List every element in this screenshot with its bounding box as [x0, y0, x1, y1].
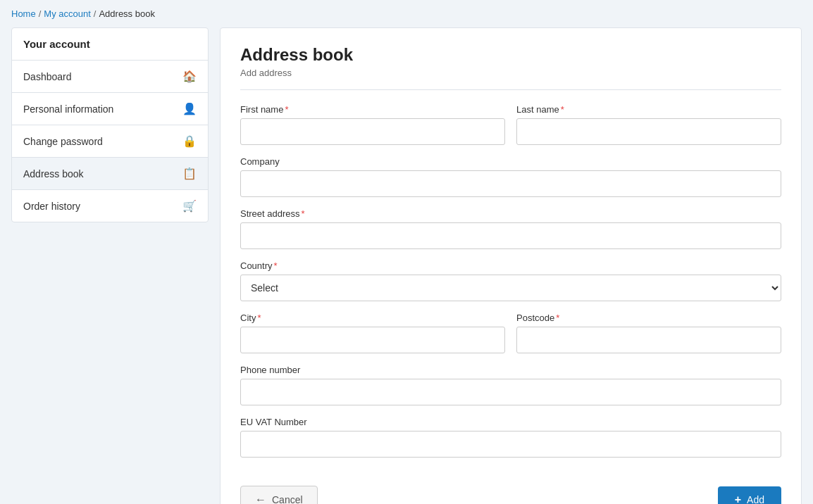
- city-group: City*: [240, 313, 505, 353]
- page-title: Address book: [240, 45, 781, 65]
- country-select[interactable]: Select United States United Kingdom Germ…: [240, 275, 781, 301]
- sidebar-item-label-address-book: Address book: [23, 168, 84, 179]
- street-group: Street address*: [240, 208, 781, 249]
- postcode-group: Postcode*: [516, 313, 781, 353]
- phone-input[interactable]: [240, 379, 781, 405]
- city-input[interactable]: [240, 327, 505, 353]
- breadcrumb-sep-2: /: [94, 8, 97, 19]
- first-name-label: First name*: [240, 104, 505, 115]
- page-subtitle: Add address: [240, 68, 781, 90]
- main-content: Address book Add address First name* Las…: [220, 27, 802, 504]
- breadcrumb-current: Address book: [99, 8, 155, 19]
- sidebar-item-personal-information[interactable]: Personal information👤: [12, 93, 208, 125]
- sidebar-title: Your account: [12, 28, 208, 61]
- vat-label: EU VAT Number: [240, 417, 781, 427]
- breadcrumb-my-account[interactable]: My account: [44, 8, 90, 19]
- name-row: First name* Last name*: [240, 104, 781, 145]
- company-group: Company: [240, 156, 781, 197]
- street-required: *: [302, 208, 305, 219]
- sidebar-item-change-password[interactable]: Change password🔒: [12, 125, 208, 158]
- breadcrumb: Home / My account / Address book: [0, 0, 813, 27]
- last-name-input[interactable]: [516, 118, 781, 145]
- last-name-label: Last name*: [516, 104, 781, 115]
- last-name-required: *: [561, 104, 564, 115]
- cancel-button[interactable]: ← Cancel: [240, 486, 318, 504]
- postcode-required: *: [556, 313, 559, 323]
- vat-row: EU VAT Number: [240, 417, 781, 458]
- sidebar-item-icon-dashboard: 🏠: [182, 70, 197, 83]
- phone-label: Phone number: [240, 365, 781, 375]
- country-label: Country*: [240, 260, 781, 271]
- sidebar-item-label-dashboard: Dashboard: [23, 71, 72, 82]
- sidebar-item-icon-change-password: 🔒: [182, 134, 197, 148]
- phone-group: Phone number: [240, 365, 781, 405]
- first-name-required: *: [285, 104, 288, 115]
- sidebar-item-icon-personal-information: 👤: [182, 102, 197, 115]
- add-label: Add: [747, 494, 764, 504]
- first-name-group: First name*: [240, 104, 505, 145]
- country-row: Country* Select United States United Kin…: [240, 260, 781, 301]
- vat-group: EU VAT Number: [240, 417, 781, 458]
- phone-row: Phone number: [240, 365, 781, 405]
- company-input[interactable]: [240, 170, 781, 197]
- last-name-group: Last name*: [516, 104, 781, 145]
- city-label: City*: [240, 313, 505, 323]
- country-group: Country* Select United States United Kin…: [240, 260, 781, 301]
- sidebar-item-icon-order-history: 🛒: [182, 199, 197, 213]
- address-form: First name* Last name* Company: [240, 104, 781, 504]
- breadcrumb-home[interactable]: Home: [11, 8, 36, 19]
- back-arrow-icon: ←: [255, 493, 266, 504]
- city-postcode-row: City* Postcode*: [240, 313, 781, 353]
- company-label: Company: [240, 156, 781, 167]
- layout: Your account Dashboard🏠Personal informat…: [0, 27, 813, 504]
- company-row: Company: [240, 156, 781, 197]
- postcode-label: Postcode*: [516, 313, 781, 323]
- sidebar: Your account Dashboard🏠Personal informat…: [11, 27, 209, 222]
- sidebar-item-label-personal-information: Personal information: [23, 103, 113, 115]
- city-required: *: [257, 313, 261, 323]
- vat-input[interactable]: [240, 431, 781, 458]
- postcode-input[interactable]: [516, 327, 781, 353]
- street-label: Street address*: [240, 208, 781, 219]
- sidebar-item-dashboard[interactable]: Dashboard🏠: [12, 61, 208, 93]
- form-actions: ← Cancel + Add: [240, 474, 781, 504]
- add-button[interactable]: + Add: [718, 486, 781, 504]
- sidebar-item-label-order-history: Order history: [23, 201, 80, 212]
- street-input[interactable]: [240, 222, 781, 249]
- street-row: Street address*: [240, 208, 781, 249]
- sidebar-item-icon-address-book: 📋: [182, 167, 197, 180]
- breadcrumb-sep-1: /: [39, 8, 42, 19]
- cancel-label: Cancel: [272, 494, 303, 504]
- country-required: *: [274, 260, 278, 271]
- sidebar-item-address-book[interactable]: Address book📋: [12, 158, 208, 190]
- plus-icon: +: [735, 493, 741, 504]
- sidebar-item-order-history[interactable]: Order history🛒: [12, 190, 208, 222]
- sidebar-item-label-change-password: Change password: [23, 136, 103, 147]
- first-name-input[interactable]: [240, 118, 505, 145]
